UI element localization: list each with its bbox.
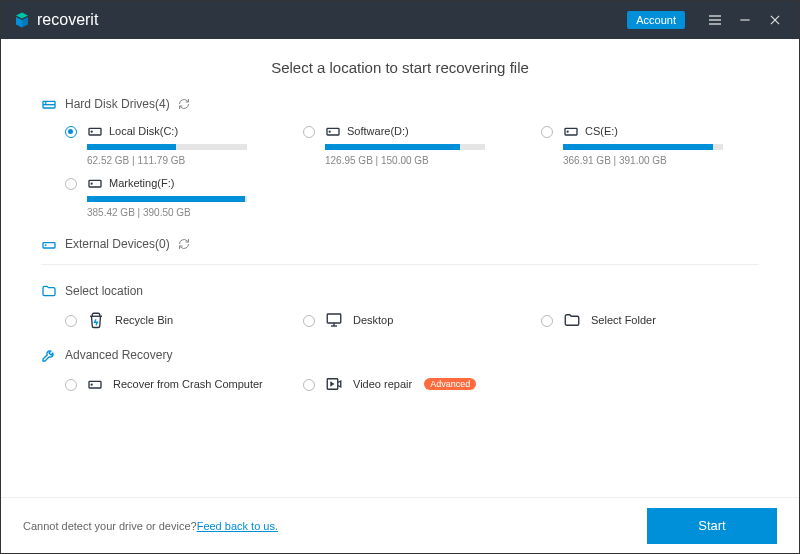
start-button[interactable]: Start [647, 508, 777, 544]
refresh-icon[interactable] [178, 238, 190, 250]
radio-button[interactable] [65, 126, 77, 138]
titlebar: recoverit Account [1, 1, 799, 39]
external-drives [65, 264, 759, 265]
location-label: Select Folder [591, 314, 656, 326]
drive-info: Local Disk(C:)62.52 GB | 111.79 GB [87, 124, 283, 166]
refresh-icon[interactable] [178, 98, 190, 110]
logo-icon [13, 11, 31, 29]
svg-point-18 [45, 245, 46, 246]
minimize-icon[interactable] [733, 8, 757, 32]
disk-icon [87, 176, 103, 190]
feedback-link[interactable]: Feed back to us. [197, 520, 278, 532]
radio-button[interactable] [541, 126, 553, 138]
desktop-icon [325, 311, 343, 329]
app-logo: recoverit [13, 11, 98, 29]
drive-item[interactable]: Local Disk(C:)62.52 GB | 111.79 GB [65, 124, 283, 166]
svg-point-16 [91, 183, 92, 184]
disk-icon [41, 96, 57, 112]
page-title: Select a location to start recovering fi… [41, 59, 759, 76]
advanced-badge: Advanced [424, 378, 476, 390]
drive-item[interactable]: Marketing(F:)385.42 GB | 390.50 GB [65, 176, 283, 218]
radio-button[interactable] [303, 315, 315, 327]
radio-button[interactable] [541, 315, 553, 327]
drive-name: Local Disk(C:) [109, 125, 178, 137]
section-header-location: Select location [41, 283, 759, 299]
section-title-hdd: Hard Disk Drives(4) [65, 97, 170, 111]
section-title-location: Select location [65, 284, 143, 298]
section-title-external: External Devices(0) [65, 237, 170, 251]
close-icon[interactable] [763, 8, 787, 32]
app-window: recoverit Account Select a location to s… [0, 0, 800, 554]
drive-size: 126.95 GB | 150.00 GB [325, 155, 521, 166]
disk-icon [563, 124, 579, 138]
footer-text: Cannot detect your drive or device? [23, 520, 197, 532]
drive-size: 366.91 GB | 391.00 GB [563, 155, 759, 166]
svg-point-12 [329, 131, 330, 132]
radio-button[interactable] [65, 178, 77, 190]
location-item[interactable]: Recycle Bin [65, 311, 283, 329]
radio-button[interactable] [65, 379, 77, 391]
folder-section-icon [41, 283, 57, 299]
drive-info: CS(E:)366.91 GB | 391.00 GB [563, 124, 759, 166]
radio-button[interactable] [303, 126, 315, 138]
drive-item[interactable]: Software(D:)126.95 GB | 150.00 GB [303, 124, 521, 166]
drive-size: 385.42 GB | 390.50 GB [87, 207, 283, 218]
drive-info: Software(D:)126.95 GB | 150.00 GB [325, 124, 521, 166]
svg-point-10 [91, 131, 92, 132]
usage-bar [87, 196, 247, 202]
svg-point-8 [45, 103, 46, 104]
drive-info: Marketing(F:)385.42 GB | 390.50 GB [87, 176, 283, 218]
drive-name: Software(D:) [347, 125, 409, 137]
location-item[interactable]: Desktop [303, 311, 521, 329]
section-title-advanced: Advanced Recovery [65, 348, 172, 362]
advanced-item[interactable]: Recover from Crash Computer [65, 375, 283, 393]
external-disk-icon [41, 236, 57, 252]
app-name: recoverit [37, 11, 98, 29]
disk-icon [87, 124, 103, 138]
main-content: Select a location to start recovering fi… [1, 39, 799, 497]
recycle-bin-icon [87, 311, 105, 329]
video-repair-icon [325, 375, 343, 393]
section-header-external: External Devices(0) [41, 236, 759, 252]
advanced-options: Recover from Crash ComputerVideo repairA… [65, 375, 759, 393]
drive-name: CS(E:) [585, 125, 618, 137]
drive-size: 62.52 GB | 111.79 GB [87, 155, 283, 166]
svg-rect-19 [327, 314, 341, 323]
location-item[interactable]: Select Folder [541, 311, 759, 329]
section-header-advanced: Advanced Recovery [41, 347, 759, 363]
menu-icon[interactable] [703, 8, 727, 32]
advanced-item[interactable]: Video repairAdvanced [303, 375, 521, 393]
usage-bar [87, 144, 247, 150]
svg-point-23 [91, 384, 92, 385]
radio-button[interactable] [65, 315, 77, 327]
drive-item[interactable]: CS(E:)366.91 GB | 391.00 GB [541, 124, 759, 166]
location-label: Recycle Bin [115, 314, 173, 326]
drive-name: Marketing(F:) [109, 177, 174, 189]
usage-bar [325, 144, 485, 150]
wrench-icon [41, 347, 57, 363]
advanced-label: Video repair [353, 378, 412, 390]
section-header-hdd: Hard Disk Drives(4) [41, 96, 759, 112]
location-label: Desktop [353, 314, 393, 326]
divider [41, 264, 759, 265]
account-button[interactable]: Account [627, 11, 685, 29]
advanced-label: Recover from Crash Computer [113, 378, 263, 390]
radio-button[interactable] [303, 379, 315, 391]
location-options: Recycle BinDesktopSelect Folder [65, 311, 759, 329]
hdd-drives: Local Disk(C:)62.52 GB | 111.79 GBSoftwa… [65, 124, 759, 218]
disk-icon [87, 377, 103, 391]
folder-icon [563, 311, 581, 329]
disk-icon [325, 124, 341, 138]
svg-point-14 [567, 131, 568, 132]
usage-bar [563, 144, 723, 150]
footer: Cannot detect your drive or device? Feed… [1, 497, 799, 553]
